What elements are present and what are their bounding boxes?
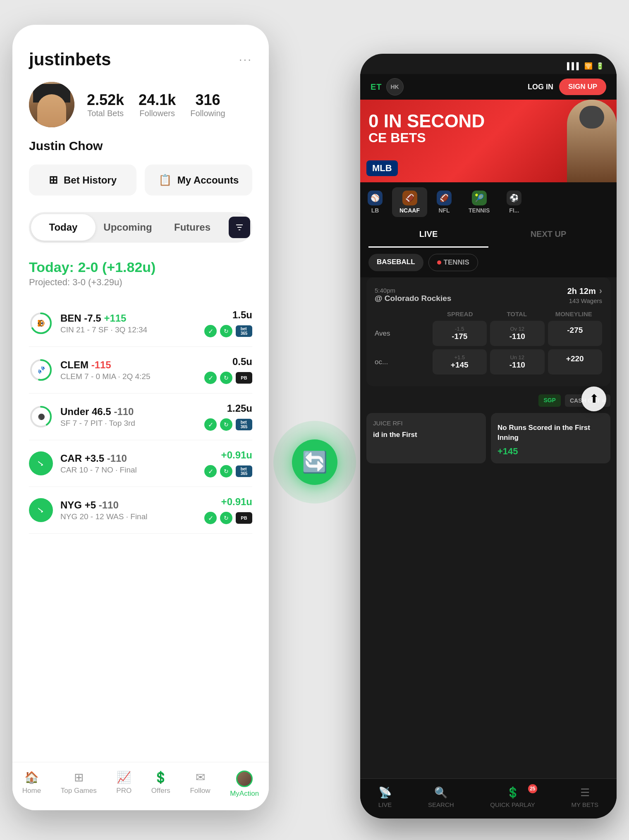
- live-toggle: LIVE NEXT UP: [360, 222, 617, 248]
- wifi-icon: 🛜: [584, 62, 593, 70]
- bet-book-1: bet365: [236, 325, 252, 337]
- baseball-pill[interactable]: BASEBALL: [368, 254, 423, 271]
- sgp-badge[interactable]: SGP: [538, 394, 561, 407]
- follow-icon: ✉: [196, 771, 205, 784]
- nav-follow[interactable]: ✉ Follow: [190, 771, 210, 798]
- bet-details-1: CIN 21 - 7 SF · 3Q 12:34: [60, 325, 204, 334]
- today-label: Today:: [29, 259, 78, 275]
- nav-top-games[interactable]: ⊞ Top Games: [61, 771, 97, 798]
- nav-home[interactable]: 🏠 Home: [22, 771, 41, 798]
- login-button[interactable]: LOG IN: [528, 83, 553, 91]
- bet-amount-5: +0.91u: [221, 496, 252, 508]
- bet-refresh-icon-5[interactable]: ↻: [220, 512, 232, 524]
- svg-text:✓: ✓: [36, 506, 46, 514]
- bet-status-ring-1: 🐯: [29, 311, 53, 335]
- profile-name: Justin Chow: [29, 139, 252, 153]
- ml-cell-1[interactable]: -275: [548, 321, 603, 346]
- total-cell-2[interactable]: Un 12 -110: [490, 349, 545, 375]
- svg-text:⚫: ⚫: [38, 413, 45, 420]
- bet-refresh-icon-1[interactable]: ↻: [220, 325, 232, 337]
- bet-history-button[interactable]: ⊞ Bet History: [29, 165, 136, 196]
- brand-logo: HK: [386, 78, 404, 95]
- status-icons: ▌▌▌ 🛜 🔋: [567, 62, 604, 70]
- refresh-button[interactable]: 🔄: [292, 439, 337, 485]
- bet-amount-1: 1.5u: [232, 309, 252, 321]
- bottom-navigation-right: 📡 LIVE 🔍 SEARCH 💲 QUICK PARLAY 25 ☰ MY B…: [360, 778, 617, 819]
- spread-cell-2[interactable]: +1.5 +145: [433, 349, 487, 375]
- my-accounts-button[interactable]: 📋 My Accounts: [145, 165, 252, 196]
- table-row: 🐯 BEN -7.5 +115 CIN 21 - 7 SF · 3Q 12:34…: [29, 300, 252, 347]
- sport-tab-other[interactable]: ⚽ FI...: [499, 187, 529, 217]
- nav-my-bets[interactable]: ☰ MY BETS: [572, 786, 599, 808]
- bet-actions-5: ✓ ↻ PB: [204, 512, 252, 524]
- sport-tab-tennis[interactable]: 🎾 TENNIS: [461, 187, 497, 217]
- bet-status-ring-3: ⚫: [29, 405, 53, 429]
- svg-text:🐯: 🐯: [37, 319, 45, 327]
- sport-tab-nfl[interactable]: 🏈 NFL: [429, 187, 459, 217]
- bet-actions-4: ✓ ↻ bet365: [204, 465, 252, 477]
- bet-refresh-icon-4[interactable]: ↻: [220, 465, 232, 477]
- bet-check-icon-3: ✓: [204, 418, 217, 431]
- tennis-icon: 🎾: [472, 191, 487, 205]
- spread-odds-2: +145: [436, 360, 484, 370]
- nav-myaction[interactable]: MyAction: [230, 771, 259, 798]
- today-record: 2-0 (+1.82u): [78, 259, 155, 275]
- nav-live[interactable]: 📡 LIVE: [378, 786, 392, 808]
- match-teams-text: @ Colorado Rockies: [375, 294, 451, 303]
- bet-slip-1[interactable]: JUICE RFI id in the First: [366, 413, 486, 463]
- next-up-button[interactable]: NEXT UP: [488, 222, 608, 248]
- stat-total-bets: 2.52k Total Bets: [87, 91, 124, 118]
- tab-today[interactable]: Today: [31, 214, 96, 241]
- total-cell-1[interactable]: Ov 12 -110: [490, 321, 545, 346]
- odds-row-1: Aves -1.5 -175 Ov 12 -110 -275: [375, 321, 602, 346]
- bsc-bet-2: No Runs Scored in the First Inning: [497, 423, 604, 443]
- lb-icon: ⚾: [368, 191, 383, 205]
- share-button[interactable]: ⬆: [581, 387, 606, 411]
- tennis-pill[interactable]: TENNIS: [428, 254, 478, 271]
- svg-text:✓: ✓: [36, 460, 46, 467]
- menu-dots-button[interactable]: ···: [239, 53, 252, 66]
- quick-parlay-icon: 💲: [506, 786, 519, 799]
- bet-details-4: CAR 10 - 7 NO · Final: [60, 465, 204, 475]
- bet-details-2: CLEM 7 - 0 MIA · 2Q 4:25: [60, 372, 204, 381]
- search-icon: 🔍: [434, 786, 447, 799]
- ml-cell-2[interactable]: +220: [548, 349, 603, 375]
- nav-pro[interactable]: 📈 PRO: [116, 771, 132, 798]
- nav-search[interactable]: 🔍 SEARCH: [428, 786, 454, 808]
- bet-slip-2[interactable]: No Runs Scored in the First Inning +145: [491, 413, 610, 463]
- nav-search-label: SEARCH: [428, 801, 454, 808]
- filter-icon-button[interactable]: [229, 217, 250, 238]
- live-button[interactable]: LIVE: [368, 222, 488, 248]
- nav-offers[interactable]: 💲 Offers: [151, 771, 170, 798]
- nav-quick-parlay[interactable]: 💲 QUICK PARLAY 25: [490, 786, 535, 808]
- live-icon: 📡: [378, 786, 392, 799]
- spread-label-1: -1.5: [436, 326, 484, 332]
- signup-button[interactable]: SIGN UP: [559, 79, 606, 95]
- bet-book-2: PB: [236, 372, 252, 384]
- tab-futures[interactable]: Futures: [160, 214, 225, 241]
- sport-tab-lb[interactable]: ⚾ LB: [360, 187, 390, 217]
- nav-home-label: Home: [22, 787, 41, 795]
- bet-refresh-icon-2[interactable]: ↻: [220, 372, 232, 384]
- spread-odds-1: -175: [436, 332, 484, 341]
- bet-info-1: BEN -7.5 +115 CIN 21 - 7 SF · 3Q 12:34: [60, 313, 204, 334]
- bet-book-4: bet365: [236, 465, 252, 477]
- other-label: FI...: [509, 207, 519, 214]
- bsc-label-1: JUICE RFI: [373, 420, 479, 427]
- nav-offers-label: Offers: [151, 787, 170, 795]
- table-row: ⚫ Under 46.5 -110 SF 7 - 7 PIT · Top 3rd…: [29, 394, 252, 440]
- spread-cell-1[interactable]: -1.5 -175: [433, 321, 487, 346]
- team-col-label: [375, 310, 432, 317]
- sport-tab-ncaaf[interactable]: 🏈 NCAAF: [392, 187, 427, 217]
- tab-upcoming[interactable]: Upcoming: [96, 214, 160, 241]
- bet-right-4: +0.91u ✓ ↻ bet365: [204, 449, 252, 477]
- sports-tabs: ⚾ LB 🏈 NCAAF 🏈 NFL 🎾 TENNIS ⚽ FI...: [360, 182, 617, 222]
- refresh-icon: 🔄: [302, 450, 328, 474]
- bet-list: 🐯 BEN -7.5 +115 CIN 21 - 7 SF · 3Q 12:34…: [29, 300, 252, 534]
- bet-refresh-icon-3[interactable]: ↻: [220, 418, 232, 431]
- chevron-right-icon[interactable]: ›: [599, 286, 602, 296]
- table-row: ✓ CAR +3.5 -110 CAR 10 - 7 NO · Final +0…: [29, 440, 252, 487]
- stat-items: 2.52k Total Bets 24.1k Followers 316 Fol…: [87, 91, 225, 118]
- share-icon: ⬆: [589, 392, 599, 406]
- bet-status-ring-4: ✓: [29, 451, 53, 475]
